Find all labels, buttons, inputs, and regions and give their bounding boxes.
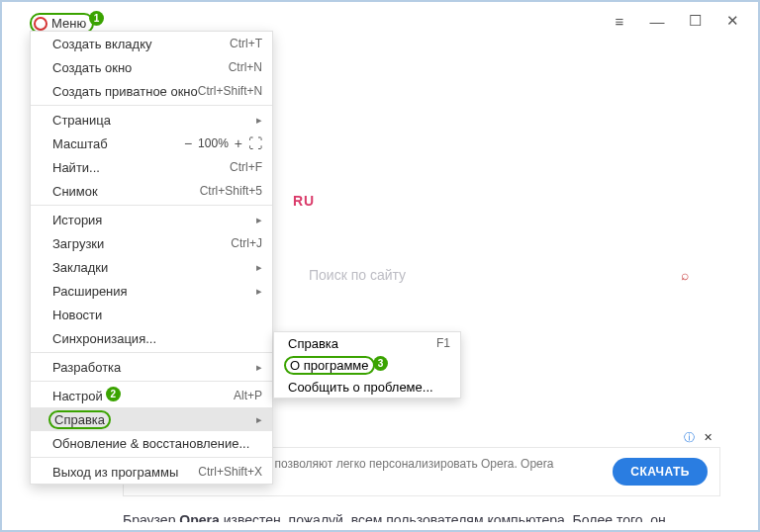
article-text-1: Браузер	[123, 512, 179, 522]
menu-downloads[interactable]: Загрузки Ctrl+J	[31, 231, 272, 255]
menu-item-label: Загрузки	[52, 236, 104, 251]
maximize-button[interactable]: ☐	[687, 13, 703, 29]
menu-news[interactable]: Новости	[31, 303, 272, 326]
menu-item-label: Найти...	[52, 160, 100, 175]
menu-new-private-window[interactable]: Создать приватное окно Ctrl+Shift+N	[31, 79, 272, 103]
menu-separator	[31, 205, 272, 206]
main-menu: Создать вкладку Ctrl+T Создать окно Ctrl…	[30, 31, 273, 485]
menu-item-label: Справка	[48, 410, 111, 429]
zoom-out-button[interactable]: −	[184, 135, 192, 151]
chevron-right-icon: ▸	[248, 261, 262, 274]
browser-window: ≡ — ☐ ✕ Меню 1 ◎ ▷ ♡ ⋮ ≡ RU Поиск по сай…	[0, 0, 760, 532]
menu-page[interactable]: Страница ▸	[31, 108, 272, 132]
menu-item-label: Сообщить о проблеме...	[288, 380, 433, 395]
menu-separator	[31, 381, 272, 382]
opera-logo-icon	[34, 17, 48, 31]
menu-item-label: Новости	[52, 308, 102, 322]
submenu-report-issue[interactable]: Сообщить о проблеме...	[274, 376, 460, 398]
site-logo-suffix: RU	[293, 193, 315, 209]
ad-info-icon[interactable]: ⓘ	[684, 431, 695, 443]
menu-item-shortcut: Ctrl+F	[230, 160, 262, 174]
menu-item-label: Создать вкладку	[52, 37, 152, 51]
search-icon[interactable]: ⌕	[681, 267, 689, 283]
menu-zoom[interactable]: Масштаб − 100% + ⛶	[31, 132, 272, 155]
menu-find[interactable]: Найти... Ctrl+F	[31, 155, 272, 179]
menu-item-label: Расширения	[52, 284, 128, 299]
menu-item-label: Закладки	[52, 260, 108, 275]
menu-new-tab[interactable]: Создать вкладку Ctrl+T	[31, 32, 272, 55]
submenu-about[interactable]: О программе 3	[274, 354, 460, 376]
menu-update-restore[interactable]: Обновление & восстановление...	[31, 431, 272, 455]
minimize-button[interactable]: —	[649, 13, 665, 29]
menu-item-shortcut: Ctrl+T	[230, 37, 262, 50]
menu-bookmarks[interactable]: Закладки ▸	[31, 255, 272, 279]
chevron-right-icon: ▸	[248, 361, 262, 374]
menu-item-label: Масштаб	[52, 136, 108, 151]
close-button[interactable]: ✕	[724, 13, 740, 29]
menu-sync[interactable]: Синхронизация...	[31, 326, 272, 350]
menu-help[interactable]: Справка ▸	[31, 407, 272, 431]
menu-snapshot[interactable]: Снимок Ctrl+Shift+5	[31, 179, 272, 203]
menu-button-label: Меню	[51, 16, 86, 31]
submenu-help[interactable]: Справка F1	[274, 332, 460, 354]
chevron-right-icon: ▸	[248, 214, 262, 226]
fullscreen-icon[interactable]: ⛶	[248, 135, 262, 151]
ad-close-icon[interactable]: ✕	[704, 431, 712, 443]
menu-item-label: Создать окно	[52, 60, 132, 75]
help-submenu: Справка F1 О программе 3 Сообщить о проб…	[273, 331, 461, 399]
menu-item-label: Синхронизация...	[52, 331, 156, 346]
menu-item-label: Страница	[52, 113, 111, 128]
search-input[interactable]: Поиск по сайту	[309, 267, 406, 283]
callout-3: 3	[373, 356, 388, 371]
menu-item-shortcut: Ctrl+Shift+X	[198, 465, 262, 479]
menu-history[interactable]: История ▸	[31, 208, 272, 231]
chevron-right-icon: ▸	[248, 114, 262, 127]
menu-item-label: Обновление & восстановление...	[52, 436, 249, 451]
menu-item-shortcut: Ctrl+N	[229, 60, 262, 74]
article-bold: Opera	[179, 512, 219, 522]
menu-item-label: Разработка	[52, 360, 121, 375]
sidebar-toggle-icon[interactable]: ≡	[612, 13, 627, 29]
chevron-right-icon: ▸	[248, 285, 262, 298]
menu-item-shortcut: Ctrl+J	[231, 236, 262, 250]
menu-item-label: Выход из программы	[52, 465, 178, 480]
ad-info[interactable]: ⓘ ✕	[684, 430, 712, 445]
site-search-row: Поиск по сайту ⌕	[309, 267, 689, 283]
menu-item-label: Справка	[288, 336, 338, 351]
menu-item-label: Создать приватное окно	[52, 84, 198, 99]
menu-developer[interactable]: Разработка ▸	[31, 355, 272, 379]
menu-item-label: История	[52, 213, 102, 227]
menu-item-label: Снимок	[52, 184, 98, 199]
menu-new-window[interactable]: Создать окно Ctrl+N	[31, 55, 272, 79]
chevron-right-icon: ▸	[248, 413, 262, 426]
zoom-value: 100%	[198, 136, 229, 150]
menu-settings[interactable]: Настрой 2 Alt+P	[31, 384, 272, 407]
menu-item-shortcut: Alt+P	[234, 389, 262, 402]
ad-download-button[interactable]: СКАЧАТЬ	[613, 458, 708, 486]
menu-item-shortcut: Ctrl+Shift+N	[198, 84, 262, 98]
zoom-in-button[interactable]: +	[235, 135, 242, 151]
callout-2: 2	[106, 387, 121, 401]
menu-item-shortcut: F1	[436, 336, 450, 350]
menu-separator	[31, 352, 272, 353]
menu-exit[interactable]: Выход из программы Ctrl+Shift+X	[31, 460, 272, 484]
menu-item-label: О программе	[284, 356, 375, 375]
menu-separator	[31, 457, 272, 458]
menu-separator	[31, 105, 272, 106]
article-body: Браузер Opera известен, пожалуй, всем по…	[123, 510, 718, 522]
menu-item-shortcut: Ctrl+Shift+5	[200, 184, 262, 198]
menu-extensions[interactable]: Расширения ▸	[31, 279, 272, 303]
menu-item-label: Настрой	[52, 389, 103, 403]
